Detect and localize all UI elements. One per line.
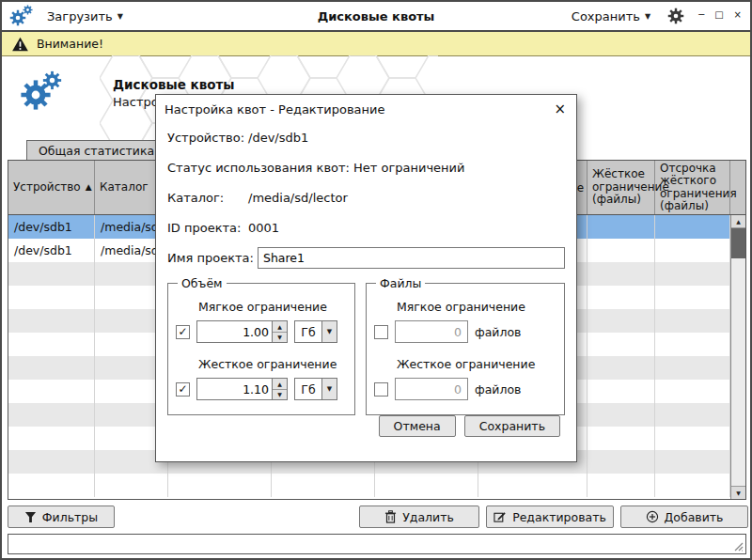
files-hard-value-input[interactable] [395,378,468,400]
dialog-titlebar: Настройка квот - Редактирование × [156,95,576,120]
table-cell [588,450,655,474]
table-cell [588,474,655,497]
directory-value: /media/sd/lector [248,191,348,205]
volume-group: Объём Мягкое ограничение ✓ ▲ ▼ Гб [167,276,355,415]
status-bar [8,534,746,554]
tab-general-statistics[interactable]: Общая статистика [26,140,166,160]
footer-toolbar: Фильтры Удалить Редактировать [8,506,748,528]
table-cell [655,333,730,356]
files-soft-suffix: файлов [475,325,521,339]
project-id-label: ID проекта: [167,221,248,235]
table-cell [655,286,730,309]
table-cell [8,309,95,333]
limit-groups: Объём Мягкое ограничение ✓ ▲ ▼ Гб [156,276,576,415]
column-header[interactable]: Устройство▲ [8,161,95,214]
volume-soft-unit-select[interactable]: Гб ▼ [294,320,337,343]
filters-label: Фильтры [42,510,98,524]
device-label: Устройство: [167,131,248,145]
dialog-buttons: Отмена Сохранить [379,415,560,437]
column-label: Каталог [100,181,149,194]
save-menu-label: Сохранить [572,9,640,23]
maximize-button[interactable]: □ [713,9,724,20]
table-cell [8,427,95,450]
app-logo [16,68,65,115]
volume-soft-unit-value: Гб [295,321,321,342]
gear-icon [42,70,62,90]
chevron-down-icon[interactable]: ▼ [321,379,337,399]
filters-button[interactable]: Фильтры [8,506,115,528]
files-hard-checkbox[interactable] [374,382,388,397]
chevron-down-icon[interactable]: ▼ [321,321,337,342]
quota-status-value: Нет ограничений [353,161,465,175]
load-menu-button[interactable]: Загрузить ▼ [43,7,127,26]
column-header[interactable]: Жёсткое ограничение (файлы) [588,161,655,214]
project-id-value: 0001 [248,221,279,235]
table-cell [655,450,730,474]
settings-gear-button[interactable] [667,8,684,24]
scrollbar-thumb[interactable] [731,228,745,258]
volume-hard-spinbox: ▲ ▼ [196,378,288,400]
table-cell [655,262,730,286]
table-cell [588,356,655,380]
volume-hard-value-input[interactable] [197,379,272,399]
app-window: Загрузить ▼ Дисковые квоты Сохранить ▼ ─… [0,0,752,560]
save-menu-button[interactable]: Сохранить ▼ [568,7,654,26]
add-button[interactable]: Добавить [620,506,748,528]
chevron-down-icon: ▼ [645,12,650,21]
close-icon[interactable]: × [552,102,568,117]
device-value: /dev/sdb1 [248,131,308,145]
column-label: Отсрочка жёсткого ограничения (файлы) [660,163,737,213]
volume-group-legend: Объём [178,276,227,290]
delete-label: Удалить [402,510,454,524]
resize-grip[interactable] [732,540,744,552]
scroll-down-icon[interactable]: ▼ [731,486,745,499]
volume-hard-checkbox[interactable]: ✓ [176,382,190,397]
load-menu-label: Загрузить [47,9,113,23]
cancel-button[interactable]: Отмена [379,415,456,437]
table-row[interactable] [8,474,745,497]
table-cell [8,403,95,427]
volume-soft-value-input[interactable] [197,321,272,342]
dialog-title: Настройка квот - Редактирование [164,102,385,117]
table-cell [8,286,95,309]
quota-status-label: Статус использования квот: [167,161,353,175]
table-cell [168,474,272,497]
volume-hard-unit-value: Гб [295,379,321,399]
table-cell [8,333,95,356]
files-soft-checkbox[interactable] [374,325,388,339]
table-cell [588,309,655,333]
check-icon: ✓ [178,325,187,338]
minimize-button[interactable]: ─ [697,9,705,20]
scroll-up-icon[interactable]: ▲ [731,215,745,228]
trash-icon [384,510,397,523]
table-cell [655,356,730,380]
page-subtitle: Настройка квот [113,95,156,109]
pencil-icon [494,510,507,523]
volume-soft-spinbox: ▲ ▼ [196,320,288,343]
project-name-input[interactable] [258,247,565,269]
check-icon: ✓ [178,382,187,396]
vertical-scrollbar[interactable]: ▲ ▼ [730,215,745,499]
warning-bar: Внимание! [2,32,750,56]
table-cell [655,403,730,427]
save-button[interactable]: Сохранить [464,415,560,437]
volume-soft-label: Мягкое ограничение [198,300,347,314]
volume-soft-checkbox[interactable]: ✓ [176,325,190,339]
edit-button[interactable]: Редактировать [486,506,614,528]
spin-up-icon[interactable]: ▲ [273,379,287,389]
files-soft-value-input[interactable] [395,320,468,343]
close-button[interactable]: × [733,9,743,20]
table-cell [8,262,95,286]
chevron-down-icon: ▼ [118,12,123,21]
column-header[interactable]: Отсрочка жёсткого ограничения (файлы) [655,161,730,214]
table-cell [588,262,655,286]
gear-icon [23,5,33,15]
project-name-label: Имя проекта: [167,251,258,265]
spin-down-icon[interactable]: ▼ [273,389,287,400]
spin-down-icon[interactable]: ▼ [273,332,287,343]
files-hard-label: Жесткое ограничение [397,357,556,371]
volume-hard-unit-select[interactable]: Гб ▼ [294,378,337,400]
delete-button[interactable]: Удалить [359,506,479,528]
column-label: Устройство [13,181,81,194]
spin-up-icon[interactable]: ▲ [273,321,287,332]
